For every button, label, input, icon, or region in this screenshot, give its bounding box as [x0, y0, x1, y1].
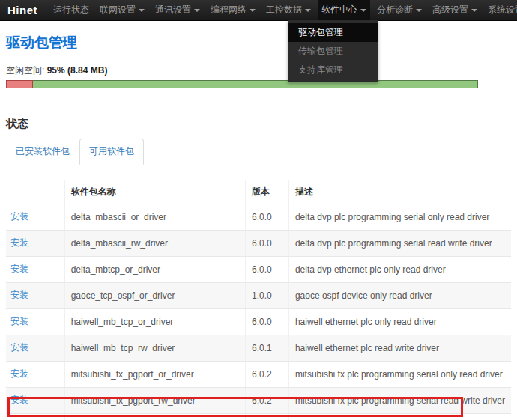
free-space-progressbar	[6, 80, 478, 88]
nav-item-run-status[interactable]: 运行状态	[49, 0, 93, 21]
package-name: haiwell_mb_tcp_rw_driver	[64, 335, 245, 362]
header-version: 版本	[245, 180, 288, 204]
nav-item-label: 高级设置	[432, 4, 468, 16]
caret-down-icon	[139, 9, 145, 12]
free-space-line: 空闲空间: 95% (8.84 MB)	[6, 64, 511, 77]
nav-item-label: 运行状态	[53, 4, 89, 16]
package-description: haiwell ethernet plc read write driver	[288, 335, 511, 362]
package-name: delta_mbascii_or_driver	[64, 204, 245, 231]
nav-item-label: 系统设置	[488, 4, 517, 16]
dropdown-item-support-library-management[interactable]: 支持库管理	[288, 61, 378, 79]
package-name: delta_mbascii_rw_driver	[64, 231, 245, 257]
free-space-label: 空闲空间:	[6, 65, 44, 76]
caret-down-icon	[305, 9, 311, 12]
header-description: 描述	[288, 180, 511, 204]
nav-item-advanced-settings[interactable]: 高级设置	[429, 0, 481, 21]
caret-down-icon	[360, 9, 366, 12]
table-row: 安装haiwell_mb_tcp_or_driver6.0.0haiwell e…	[6, 309, 511, 335]
package-description: delta dvp plc programming serial read wr…	[288, 231, 511, 257]
header-action	[6, 180, 64, 204]
package-name: mitsubishi_fx_pgport_rw_driver	[64, 388, 245, 414]
progressbar-free-segment	[33, 80, 478, 88]
page-title: 驱动包管理	[6, 33, 511, 52]
tab-bar: 已安装软件包可用软件包	[6, 139, 511, 165]
nav-item-label: 编程网络	[211, 4, 247, 16]
package-version: 6.0.0	[245, 257, 288, 283]
package-description: mitsubishi fx plc programming serial rea…	[288, 388, 511, 414]
nav-item-label: 分析诊断	[377, 4, 413, 16]
package-table: 软件包名称 版本 描述 安装delta_mbascii_or_driver6.0…	[6, 180, 511, 420]
package-description: delta dvp plc programming serial only re…	[288, 204, 511, 231]
package-description: delta dvp ethernet plc only read driver	[288, 257, 511, 283]
table-row: 安装mitsubishi_fx_pgport_or_driver6.0.2mit…	[6, 362, 511, 388]
package-name: mitsubishi_fx_tcp_or_driver	[64, 414, 245, 420]
table-row: 安装mitsubishi_fx_tcp_or_driver6.0.0mitsub…	[6, 414, 511, 420]
package-version: 6.0.0	[245, 414, 288, 420]
brand-logo[interactable]: Hinet	[0, 4, 48, 16]
install-link[interactable]: 安装	[10, 237, 28, 248]
caret-down-icon	[250, 9, 256, 12]
nav-item-analysis-diagnosis[interactable]: 分析诊断	[373, 0, 426, 21]
package-description: gaoce ospf device only read driver	[288, 283, 511, 309]
table-row: 安装haiwell_mb_tcp_rw_driver6.0.1haiwell e…	[6, 335, 511, 362]
progressbar-used-segment	[6, 80, 33, 88]
nav-menu: 运行状态联网设置通讯设置编程网络工控数据软件中心分析诊断高级设置系统设置退出	[48, 0, 517, 21]
table-header-row: 软件包名称 版本 描述	[6, 180, 511, 204]
table-row: 安装mitsubishi_fx_pgport_rw_driver6.0.2mit…	[6, 388, 511, 414]
package-version: 1.0.0	[245, 283, 288, 309]
install-link[interactable]: 安装	[10, 290, 28, 300]
package-version: 6.0.1	[245, 335, 288, 362]
install-link[interactable]: 安装	[10, 211, 28, 222]
package-name: mitsubishi_fx_pgport_or_driver	[64, 362, 245, 388]
nav-item-programming-network[interactable]: 编程网络	[207, 0, 259, 21]
package-description: mitsubishi fx ethernet plc only read dri…	[288, 414, 511, 420]
caret-down-icon	[471, 9, 477, 12]
nav-item-label: 通讯设置	[155, 4, 191, 16]
nav-item-label: 工控数据	[266, 4, 302, 16]
caret-down-icon	[416, 9, 422, 12]
install-link[interactable]: 安装	[10, 395, 28, 405]
nav-item-network-settings[interactable]: 联网设置	[96, 0, 148, 21]
package-version: 6.0.0	[245, 204, 288, 231]
package-description: haiwell ethernet plc only read driver	[288, 309, 511, 335]
package-version: 6.0.0	[245, 309, 288, 335]
nav-item-system-settings[interactable]: 系统设置	[484, 0, 517, 21]
table-row: 安装delta_mbtcp_or_driver6.0.0delta dvp et…	[6, 257, 511, 283]
status-heading: 状态	[6, 117, 511, 131]
install-link[interactable]: 安装	[10, 342, 28, 353]
install-link[interactable]: 安装	[10, 316, 28, 326]
nav-item-industrial-data[interactable]: 工控数据	[262, 0, 315, 21]
package-name: haiwell_mb_tcp_or_driver	[64, 309, 245, 335]
tab-installed-packages[interactable]: 已安装软件包	[6, 139, 79, 165]
dropdown-item-driver-package-management[interactable]: 驱动包管理	[288, 23, 378, 42]
main-content: 驱动包管理 空闲空间: 95% (8.84 MB) 状态 已安装软件包可用软件包…	[0, 33, 517, 420]
table-row: 安装delta_mbascii_rw_driver6.0.0delta dvp …	[6, 231, 511, 257]
nav-item-label: 联网设置	[100, 4, 136, 16]
nav-item-software-center[interactable]: 软件中心	[318, 0, 370, 21]
package-description: mitsubishi fx plc programming serial onl…	[288, 362, 511, 388]
header-package-name: 软件包名称	[64, 180, 245, 204]
install-link[interactable]: 安装	[10, 368, 28, 379]
package-name: delta_mbtcp_or_driver	[64, 257, 245, 283]
install-link[interactable]: 安装	[10, 264, 28, 274]
tab-available-packages[interactable]: 可用软件包	[79, 139, 144, 165]
software-center-dropdown: 驱动包管理传输包管理支持库管理	[288, 20, 378, 82]
package-version: 6.0.2	[245, 388, 288, 414]
free-space-value: 95% (8.84 MB)	[47, 65, 108, 76]
package-version: 6.0.0	[245, 231, 288, 257]
table-row: 安装gaoce_tcp_ospf_or_driver1.0.0gaoce osp…	[6, 283, 511, 309]
package-version: 6.0.2	[245, 362, 288, 388]
top-navbar: Hinet 运行状态联网设置通讯设置编程网络工控数据软件中心分析诊断高级设置系统…	[0, 0, 517, 21]
caret-down-icon	[194, 9, 200, 12]
table-row: 安装delta_mbascii_or_driver6.0.0delta dvp …	[6, 204, 511, 231]
dropdown-item-transfer-package-management[interactable]: 传输包管理	[288, 42, 378, 61]
nav-item-label: 软件中心	[321, 4, 357, 16]
nav-item-comm-settings[interactable]: 通讯设置	[151, 0, 204, 21]
package-name: gaoce_tcp_ospf_or_driver	[64, 283, 245, 309]
